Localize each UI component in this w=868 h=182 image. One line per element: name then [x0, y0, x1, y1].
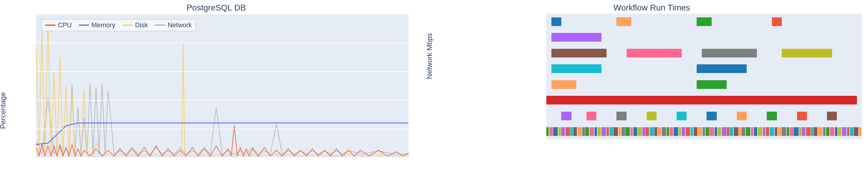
gantt-bar[interactable]: [610, 127, 613, 136]
gantt-bar[interactable]: [763, 127, 765, 136]
gantt-bar[interactable]: [638, 127, 642, 136]
legend-item-cpu[interactable]: CPU: [45, 21, 71, 29]
gantt-bar[interactable]: [842, 127, 846, 136]
gantt-bar[interactable]: [707, 112, 716, 120]
gantt-bar[interactable]: [616, 112, 626, 120]
gantt-bar[interactable]: [770, 127, 774, 136]
gantt-bar[interactable]: [594, 127, 597, 136]
gantt-bar[interactable]: [775, 127, 777, 136]
gantt-bar[interactable]: [630, 127, 633, 136]
gantt-bar[interactable]: [782, 127, 786, 136]
gantt-bar[interactable]: [742, 127, 745, 136]
gantt-bar[interactable]: [835, 127, 837, 136]
gantt-bar[interactable]: [561, 127, 565, 136]
gantt-bar[interactable]: [619, 127, 621, 136]
gantt-bar[interactable]: [682, 127, 685, 136]
gantt-bar[interactable]: [854, 127, 859, 136]
gantt-bar[interactable]: [570, 127, 573, 136]
gantt-bar[interactable]: [613, 127, 618, 136]
gantt-bar[interactable]: [859, 127, 861, 136]
legend-item-network[interactable]: Network: [155, 21, 192, 29]
gantt-bar[interactable]: [551, 80, 577, 89]
gantt-bar[interactable]: [772, 18, 782, 26]
gantt-bar[interactable]: [797, 112, 807, 120]
gantt-bar[interactable]: [589, 127, 594, 136]
gantt-bar[interactable]: [697, 80, 726, 89]
gantt-bar[interactable]: [710, 127, 714, 136]
gantt-bar[interactable]: [826, 127, 830, 136]
gantt-bar[interactable]: [691, 127, 693, 136]
gantt-bar[interactable]: [767, 112, 777, 120]
gantt-bar[interactable]: [551, 64, 601, 73]
gantt-bar[interactable]: [847, 127, 849, 136]
gantt-bar[interactable]: [827, 112, 837, 120]
gantt-bar[interactable]: [551, 18, 561, 26]
gantt-bar[interactable]: [850, 127, 854, 136]
gantt-bar[interactable]: [811, 127, 813, 136]
gantt-bar[interactable]: [670, 127, 673, 136]
gantt-bar[interactable]: [766, 127, 770, 136]
gantt-bar[interactable]: [694, 127, 697, 136]
gantt-bar[interactable]: [647, 112, 656, 120]
gantt-bar[interactable]: [551, 49, 607, 58]
gantt-bar[interactable]: [806, 127, 810, 136]
gantt-bar[interactable]: [706, 127, 709, 136]
gantt-bar[interactable]: [702, 49, 757, 58]
gantt-bar[interactable]: [802, 127, 805, 136]
gantt-bar[interactable]: [697, 64, 747, 73]
gantt-bar[interactable]: [751, 127, 753, 136]
gantt-bar[interactable]: [754, 127, 757, 136]
legend-item-memory[interactable]: Memory: [79, 21, 115, 29]
gantt-bar[interactable]: [578, 127, 582, 136]
gantt-bar[interactable]: [677, 112, 686, 120]
gantt-bar[interactable]: [667, 127, 669, 136]
gantt-bar[interactable]: [830, 127, 834, 136]
gantt-bar[interactable]: [778, 127, 781, 136]
gantt-bar[interactable]: [782, 49, 832, 58]
gantt-bar[interactable]: [549, 127, 553, 136]
gantt-bar[interactable]: [582, 127, 585, 136]
gantt-bar[interactable]: [633, 127, 637, 136]
gantt-bar[interactable]: [601, 127, 606, 136]
gantt-bar[interactable]: [674, 127, 678, 136]
gantt-bar[interactable]: [585, 127, 589, 136]
gantt-bar[interactable]: [551, 33, 601, 41]
gantt-bar[interactable]: [662, 127, 666, 136]
gantt-bar[interactable]: [737, 112, 747, 120]
gantt-bar[interactable]: [787, 127, 789, 136]
gantt-bar[interactable]: [746, 127, 750, 136]
gantt-bar[interactable]: [722, 127, 726, 136]
gantt-bar[interactable]: [621, 127, 625, 136]
gantt-bar[interactable]: [715, 127, 717, 136]
gantt-bar[interactable]: [823, 127, 826, 136]
gantt-bar[interactable]: [739, 127, 741, 136]
gantt-bar[interactable]: [657, 127, 661, 136]
gantt-bar[interactable]: [597, 127, 601, 136]
gantt-bar[interactable]: [794, 127, 798, 136]
gantt-bar[interactable]: [679, 127, 681, 136]
gantt-bar[interactable]: [730, 127, 733, 136]
gantt-bar[interactable]: [586, 112, 596, 120]
gantt-bar[interactable]: [625, 127, 630, 136]
gantt-bar[interactable]: [627, 49, 682, 58]
gantt-bar[interactable]: [703, 127, 705, 136]
legend-item-disk[interactable]: Disk: [123, 21, 148, 29]
gantt-bar[interactable]: [734, 127, 738, 136]
gantt-bar[interactable]: [573, 127, 577, 136]
gantt-bar[interactable]: [650, 127, 654, 136]
gantt-bar[interactable]: [838, 127, 842, 136]
gantt-bar[interactable]: [546, 127, 549, 136]
gantt-bar[interactable]: [643, 127, 645, 136]
gantt-bar[interactable]: [616, 18, 631, 26]
gantt-bar[interactable]: [646, 127, 649, 136]
gantt-bar[interactable]: [553, 127, 558, 136]
gantt-bar[interactable]: [607, 127, 609, 136]
gantt-bar[interactable]: [561, 112, 571, 120]
gantt-bar[interactable]: [698, 127, 702, 136]
gantt-bar[interactable]: [654, 127, 657, 136]
gantt-bar[interactable]: [686, 127, 690, 136]
gantt-bar[interactable]: [814, 127, 817, 136]
gantt-bar[interactable]: [799, 127, 801, 136]
gantt-bar[interactable]: [758, 127, 762, 136]
gantt-bar[interactable]: [726, 127, 729, 136]
